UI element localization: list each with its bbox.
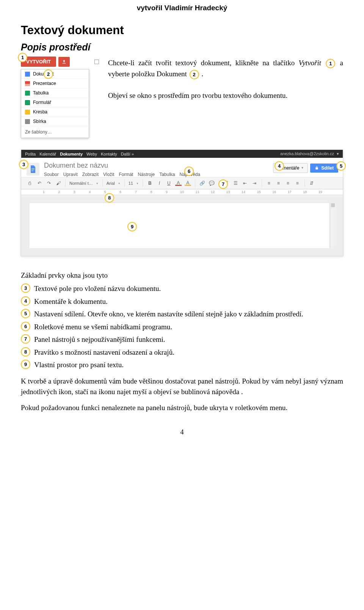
font-family[interactable]: Arial [107,181,115,186]
marker-5: 5 [21,309,30,318]
link-icon[interactable]: 🔗 [199,180,206,187]
ci-tab-icon [25,91,30,96]
marker-3: 3 [21,283,30,293]
align-justify-icon[interactable]: ≡ [294,180,301,187]
blackbar-item[interactable]: Pošta [25,152,36,156]
menu-upravit[interactable]: Upravit [63,172,78,177]
docs-logo[interactable] [27,163,39,176]
marker-6: 6 [184,167,194,176]
section-title: Popis prostředí [21,42,343,53]
ruler[interactable]: 12345678910111213141516171819 [21,189,343,195]
create-from-template[interactable]: Ze šablony… [21,126,89,138]
create-item-dokument[interactable]: Dokument [21,69,89,79]
ruler-tick: 10 [175,190,189,194]
create-item-label: Prezentace [33,81,56,86]
google-bar: PoštaKalendářDokumentyWebyKontaktyDalší … [21,150,343,158]
legend-row: 5Nastavení sdílení. Otevře okno, ve kter… [21,309,343,320]
share-button[interactable]: Sdílet [310,164,338,173]
create-menu-screenshot: 1 VYTVOŘIT DokumentPrezentaceTabulkaForm… [21,56,100,138]
ruler-tick: 17 [282,190,297,194]
create-item-sbírka[interactable]: Sbírka [21,117,89,126]
text-color-icon[interactable]: A [175,181,182,186]
menu-nástroje[interactable]: Nástroje [138,172,155,177]
menu-soubor[interactable]: Soubor [44,172,59,177]
create-item-label: Kresba [33,109,47,115]
create-dropdown: DokumentPrezentaceTabulkaFormulářKresbaS… [21,69,89,138]
legend-row: 4Komentáře k dokumentu. [21,296,343,307]
marker-9: 9 [21,360,30,369]
create-item-prezentace[interactable]: Prezentace [21,79,89,88]
comment-icon[interactable]: 💬 [209,180,215,187]
ruler-tick: 19 [313,190,328,194]
align-center-icon[interactable]: ≡ [275,180,282,187]
highlight-icon[interactable]: A [185,181,191,186]
intro-text-2: Objeví se okno s prostředím pro tvorbu t… [108,91,287,99]
legend-text: Komentáře k dokumentu. [34,296,343,307]
docs-editor-screenshot: PoštaKalendářDokumentyWebyKontaktyDalší … [21,149,343,256]
ruler-tick: 3 [67,190,82,194]
ci-form-icon [25,100,30,105]
ci-doc-icon [25,72,30,77]
ruler-tick: 9 [159,190,174,194]
blackbar-item[interactable]: Weby [86,152,97,156]
line-spacing-icon[interactable]: ⇵ [309,180,315,187]
blackbar-item[interactable]: Dokumenty [60,152,83,156]
blackbar-item[interactable]: Kalendář [39,152,56,156]
legend-text: Pravítko s možností nastavení odsazení a… [34,347,343,358]
italic-icon[interactable]: I [156,180,163,187]
marker-2: 2 [44,69,53,79]
marker-8: 8 [105,193,114,203]
marker-6: 6 [21,322,30,331]
paint-format-icon[interactable]: 🖌 [55,180,61,187]
upload-icon [61,59,67,64]
menu-formát[interactable]: Formát [119,172,133,177]
redo-icon[interactable]: ↷ [46,180,52,187]
page-number: 4 [21,428,343,436]
select-checkbox[interactable] [94,60,99,64]
create-item-formulář[interactable]: Formulář [21,98,89,107]
align-left-icon[interactable]: ≡ [266,180,272,187]
menu-vložit[interactable]: Vložit [103,172,114,177]
blackbar-item[interactable]: Další » [121,152,134,156]
chevron-down-icon: ▼ [136,182,139,185]
document-page[interactable] [29,203,330,248]
ruler-tick: 7 [129,190,143,194]
indent-decrease-icon[interactable]: ⇤ [242,180,248,187]
upload-button[interactable] [58,57,70,67]
ruler-tick: 12 [206,190,220,194]
page-title: Textový dokument [21,24,343,37]
indent-increase-icon[interactable]: ⇥ [251,180,258,187]
menu-zobrazit[interactable]: Zobrazit [82,172,99,177]
create-item-tabulka[interactable]: Tabulka [21,88,89,98]
user-email[interactable]: anezka.blahova@2zskolin.cz ▾ [280,151,339,156]
align-right-icon[interactable]: ≡ [285,180,291,187]
underline-icon[interactable]: U [166,180,172,187]
scrollbar[interactable] [330,203,335,248]
ci-pres-icon [25,81,30,86]
bullet-list-icon[interactable]: ☰ [232,180,239,187]
ruler-tick: 14 [236,190,251,194]
ruler-tick: 6 [113,190,128,194]
document-icon [28,165,38,174]
menu-tabulka[interactable]: Tabulka [159,172,175,177]
intro-paragraph: Chcete-li začít tvořit textový dokument,… [108,56,343,101]
marker-1: 1 [18,53,27,62]
marker-4: 4 [275,161,284,171]
toolbar: ⎙ ↶ ↷ 🖌 Normální t… ▼ Arial ▼ 11 ▼ B I U… [21,177,343,189]
create-item-kresba[interactable]: Kresba [21,107,89,117]
marker-1-inline: 1 [326,59,335,68]
undo-icon[interactable]: ↶ [36,180,42,187]
paragraph: Pokud požadovanou funkci nenaleznete na … [21,402,343,413]
chevron-down-icon: ▼ [96,182,99,185]
legend-row: 3Textové pole pro vložení názvu dokument… [21,283,343,294]
legend-text: Nastavení sdílení. Otevře okno, ve které… [34,309,343,320]
paragraph-style[interactable]: Normální t… [69,181,93,186]
font-size[interactable]: 11 [129,181,133,186]
blackbar-item[interactable]: Kontakty [101,152,117,156]
author-credit: vytvořil Vladimír Hradecký [0,4,364,12]
legend: Základní prvky okna jsou tyto 3Textové p… [21,271,343,371]
marker-7: 7 [218,179,228,189]
print-icon[interactable]: ⎙ [27,180,33,187]
doc-title-field[interactable]: Dokument bez názvu [44,161,268,170]
bold-icon[interactable]: B [147,180,153,187]
